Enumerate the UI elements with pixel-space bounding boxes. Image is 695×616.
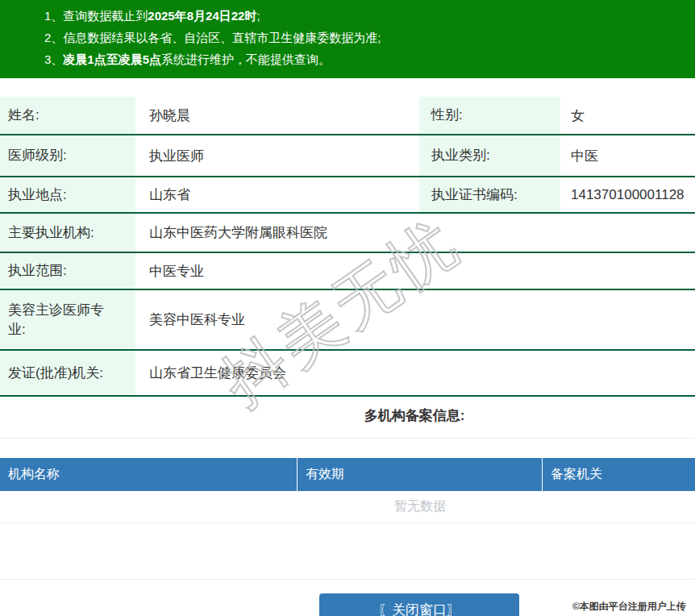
field-label-issuing-authority: 发证(批准)机关: <box>0 351 135 395</box>
info-row-name-gender: 姓名: 孙晓晨 性别: 女 <box>0 97 695 135</box>
field-label-name: 姓名: <box>0 97 135 134</box>
info-row-location-certno: 执业地点: 山东省 执业证书编码: 141370100001128 <box>0 177 695 214</box>
field-label-practice-scope: 执业范围: <box>0 253 135 289</box>
field-label-gender: 性别: <box>419 97 560 134</box>
notice-bold-text: 凌晨1点至凌晨5点 <box>63 52 161 66</box>
practitioner-license-query-page: 1、查询数据截止到2025年8月24日22时; 2、信息数据结果以各省、自治区、… <box>0 0 695 616</box>
notice-number: 3、 <box>44 52 63 66</box>
filing-column-institution-name: 机构名称 <box>0 458 297 491</box>
notice-text: 信息数据结果以各省、自治区、直辖市卫生健康委数据为准; <box>63 31 381 44</box>
field-value-name: 孙晓晨 <box>135 97 419 134</box>
filing-column-filing-authority: 备案机关 <box>542 458 695 491</box>
filing-table-header: 机构名称 有效期 备案机关 <box>0 458 695 491</box>
field-label-practice-location: 执业地点: <box>0 177 135 212</box>
notice-text: ; <box>256 9 260 23</box>
filing-table-empty-text: 暂无数据 <box>0 491 695 523</box>
filing-section-title: 多机构备案信息: <box>0 407 695 424</box>
upload-attribution-note: ©本图由平台注册用户上传 <box>572 600 686 614</box>
field-value-doctor-level: 执业医师 <box>135 135 419 176</box>
field-value-gender: 女 <box>560 97 695 134</box>
close-window-button[interactable]: 〖关闭窗口〗 <box>319 593 519 616</box>
filing-column-validity-period: 有效期 <box>297 458 542 491</box>
notice-number: 2、 <box>44 31 63 44</box>
notice-text: 系统进行维护，不能提供查询。 <box>161 52 331 66</box>
info-row-issuing-authority: 发证(批准)机关: 山东省卫生健康委员会 <box>0 351 695 397</box>
info-row-cosmetic-specialty: 美容主诊医师专业: 美容中医科专业 <box>0 290 695 351</box>
field-label-practice-category: 执业类别: <box>419 135 560 176</box>
field-label-doctor-level: 医师级别: <box>0 135 135 176</box>
info-row-main-institution: 主要执业机构: 山东中医药大学附属眼科医院 <box>0 214 695 253</box>
divider-line <box>0 579 695 580</box>
info-row-level-category: 医师级别: 执业医师 执业类别: 中医 <box>0 135 695 177</box>
field-value-main-institution: 山东中医药大学附属眼科医院 <box>135 214 695 252</box>
field-label-certificate-number: 执业证书编码: <box>419 177 560 212</box>
notice-banner: 1、查询数据截止到2025年8月24日22时; 2、信息数据结果以各省、自治区、… <box>0 0 695 78</box>
field-value-issuing-authority: 山东省卫生健康委员会 <box>135 351 695 395</box>
practitioner-info-table: 姓名: 孙晓晨 性别: 女 医师级别: 执业医师 执业类别: 中医 执业地点: … <box>0 97 695 397</box>
info-row-practice-scope: 执业范围: 中医专业 <box>0 253 695 290</box>
notice-bold-text: 2025年8月24日22时 <box>148 9 256 23</box>
field-value-certificate-number: 141370100001128 <box>560 177 695 212</box>
field-label-main-institution: 主要执业机构: <box>0 214 135 252</box>
divider-line <box>0 438 695 439</box>
notice-line-3: 3、凌晨1点至凌晨5点系统进行维护，不能提供查询。 <box>44 48 687 70</box>
notice-line-2: 2、信息数据结果以各省、自治区、直辖市卫生健康委数据为准; <box>44 27 687 48</box>
field-value-practice-location: 山东省 <box>135 177 419 212</box>
notice-line-1: 1、查询数据截止到2025年8月24日22时; <box>44 5 687 27</box>
field-value-practice-category: 中医 <box>560 135 695 176</box>
field-value-cosmetic-specialty: 美容中医科专业 <box>135 290 695 349</box>
notice-text: 查询数据截止到 <box>63 9 148 23</box>
field-label-cosmetic-specialty: 美容主诊医师专业: <box>0 290 135 349</box>
notice-number: 1、 <box>44 9 63 23</box>
field-value-practice-scope: 中医专业 <box>135 253 695 289</box>
